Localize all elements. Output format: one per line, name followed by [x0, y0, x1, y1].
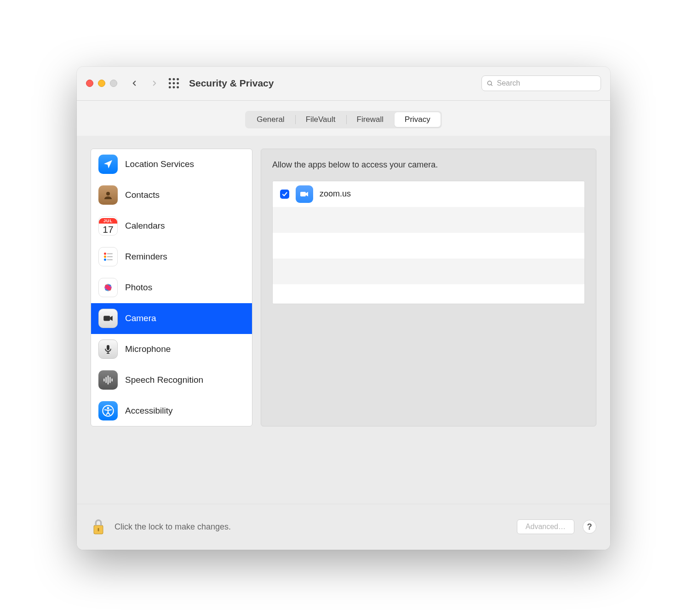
app-row-empty: [273, 233, 584, 259]
camera-icon: [98, 309, 118, 328]
preferences-window: Security & Privacy General FileVault Fir…: [77, 67, 610, 550]
svg-rect-17: [107, 259, 113, 260]
sidebar-item-contacts[interactable]: Contacts: [91, 180, 252, 211]
minimize-window-button[interactable]: [98, 80, 105, 87]
tab-filevault[interactable]: FileVault: [296, 112, 346, 127]
privacy-category-list[interactable]: Location Services Contacts JUL 17 Calend…: [91, 149, 252, 426]
svg-line-10: [491, 84, 492, 86]
chevron-right-icon: [150, 79, 159, 87]
svg-rect-13: [107, 253, 113, 254]
tab-bar: General FileVault Firewall Privacy: [77, 101, 610, 128]
sidebar-item-label: Contacts: [125, 190, 160, 200]
microphone-icon: [98, 340, 118, 359]
content-area: Location Services Contacts JUL 17 Calend…: [77, 136, 610, 504]
svg-point-36: [107, 407, 109, 409]
svg-point-3: [169, 82, 171, 85]
sidebar-item-label: Calendars: [125, 221, 165, 231]
svg-point-12: [104, 253, 106, 255]
calendar-icon: JUL 17: [98, 216, 118, 236]
svg-point-8: [177, 86, 179, 88]
svg-point-4: [173, 82, 175, 85]
app-name-label: zoom.us: [320, 189, 351, 199]
search-input[interactable]: [497, 79, 596, 87]
svg-rect-26: [103, 316, 110, 321]
app-row-empty: [273, 259, 584, 284]
tab-general[interactable]: General: [246, 112, 294, 127]
accessibility-icon: [98, 401, 118, 420]
svg-rect-39: [98, 528, 99, 531]
search-field[interactable]: [481, 75, 601, 91]
forward-button: [148, 76, 161, 90]
sidebar-item-label: Speech Recognition: [125, 375, 203, 385]
grid-icon: [168, 77, 180, 89]
checkmark-icon: [281, 191, 288, 197]
svg-point-0: [169, 78, 171, 81]
show-all-button[interactable]: [168, 77, 180, 89]
svg-point-9: [487, 81, 491, 85]
svg-point-14: [104, 256, 106, 258]
zoom-window-button[interactable]: [110, 80, 117, 87]
svg-rect-15: [107, 256, 113, 257]
advanced-button[interactable]: Advanced…: [517, 519, 574, 534]
svg-point-2: [177, 78, 179, 81]
reminders-icon: [98, 247, 118, 266]
app-permission-list: zoom.us: [272, 181, 585, 304]
close-window-button[interactable]: [86, 80, 93, 87]
sidebar-item-reminders[interactable]: Reminders: [91, 242, 252, 272]
svg-point-1: [173, 78, 175, 81]
detail-panel: Allow the apps below to access your came…: [261, 149, 596, 426]
svg-point-6: [169, 86, 171, 88]
location-icon: [98, 155, 118, 174]
sidebar-item-speech-recognition[interactable]: Speech Recognition: [91, 365, 252, 396]
app-row-zoom: zoom.us: [273, 181, 584, 207]
app-checkbox-zoom[interactable]: [280, 190, 289, 199]
search-icon: [487, 80, 493, 87]
sidebar-item-label: Microphone: [125, 344, 171, 354]
svg-point-7: [173, 86, 175, 88]
svg-rect-37: [300, 192, 306, 196]
contacts-icon: [98, 185, 118, 205]
sidebar-item-location-services[interactable]: Location Services: [91, 149, 252, 180]
sidebar-item-microphone[interactable]: Microphone: [91, 334, 252, 365]
back-button[interactable]: [127, 76, 141, 90]
sidebar-item-photos[interactable]: Photos: [91, 272, 252, 303]
sidebar-item-accessibility[interactable]: Accessibility: [91, 396, 252, 426]
tab-firewall[interactable]: Firewall: [347, 112, 394, 127]
svg-point-16: [104, 259, 106, 261]
lock-button[interactable]: [91, 518, 106, 536]
photos-icon: [98, 278, 118, 297]
sidebar-item-label: Location Services: [125, 159, 194, 169]
app-row-empty: [273, 284, 584, 304]
sidebar-item-calendars[interactable]: JUL 17 Calendars: [91, 211, 252, 242]
footer: Click the lock to make changes. Advanced…: [77, 504, 610, 550]
sidebar-item-label: Accessibility: [125, 406, 172, 416]
sidebar-item-label: Photos: [125, 282, 152, 293]
sidebar-item-label: Camera: [125, 313, 156, 323]
detail-prompt: Allow the apps below to access your came…: [272, 160, 585, 170]
app-row-empty: [273, 207, 584, 233]
lock-hint-text: Click the lock to make changes.: [114, 522, 231, 532]
help-button[interactable]: ?: [583, 520, 596, 534]
svg-point-5: [177, 82, 179, 85]
speech-recognition-icon: [98, 370, 118, 390]
svg-rect-27: [107, 345, 109, 350]
traffic-lights: [86, 80, 117, 87]
titlebar: Security & Privacy: [77, 67, 610, 101]
sidebar-item-camera[interactable]: Camera: [91, 303, 252, 334]
sidebar-item-label: Reminders: [125, 252, 167, 262]
zoom-app-icon: [296, 185, 313, 203]
window-title: Security & Privacy: [189, 78, 274, 89]
svg-point-11: [106, 192, 110, 196]
chevron-left-icon: [130, 79, 138, 87]
tab-privacy[interactable]: Privacy: [395, 112, 441, 127]
